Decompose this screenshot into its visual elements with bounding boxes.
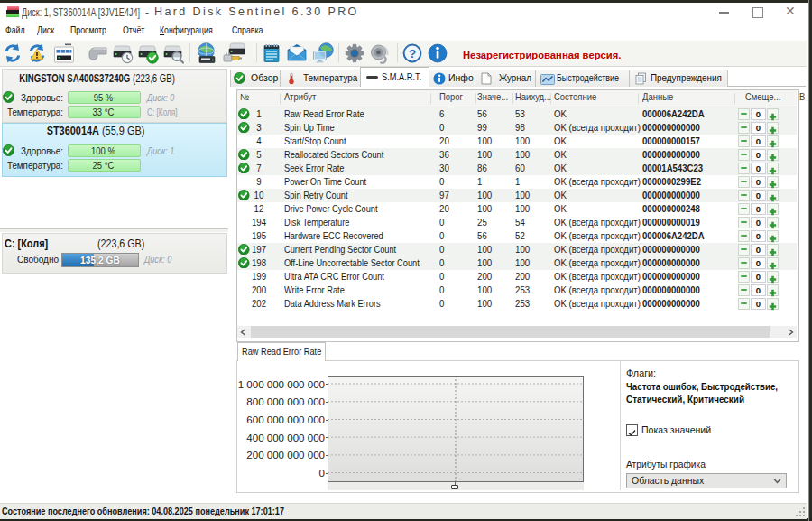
svg-text:?: ? bbox=[409, 47, 416, 60]
